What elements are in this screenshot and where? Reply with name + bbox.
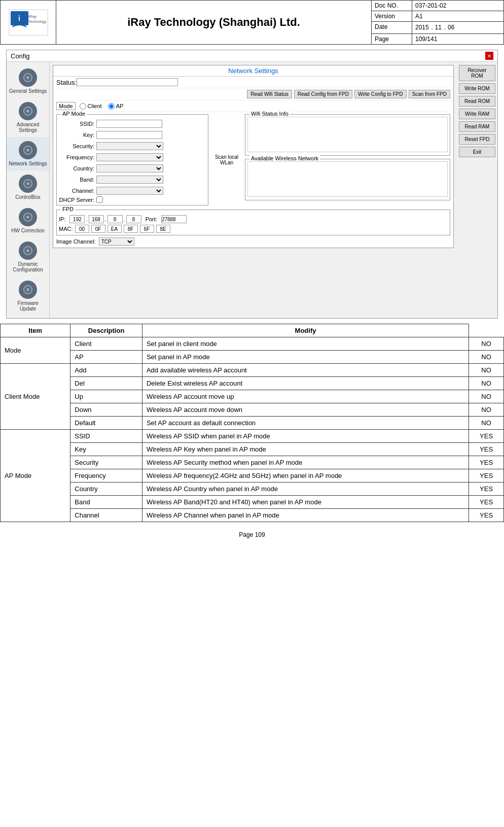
advanced-settings-icon: [19, 102, 37, 120]
fpd-mac-octet-2[interactable]: [91, 225, 105, 233]
fpd-ip-octet-2[interactable]: [89, 215, 104, 223]
fpd-port-input[interactable]: [161, 215, 187, 223]
mode-client-radio[interactable]: [80, 103, 86, 110]
item-cell: Down: [70, 403, 142, 417]
sidebar-label-dynamic: Dynamic Configuration: [9, 261, 47, 272]
description-cell: Add available wireless AP account: [142, 364, 469, 377]
mode-radio-group: Client AP: [80, 103, 124, 110]
controlbox-icon: [19, 175, 37, 193]
right-panels: Wifi Status Info Available Wireless Netw…: [245, 114, 450, 205]
close-button[interactable]: ✕: [485, 52, 493, 60]
firmware-update-icon: [19, 281, 37, 299]
available-wireless-title: Available Wireless Network: [249, 155, 320, 161]
country-label: Country:: [59, 165, 94, 171]
svg-text:iRay: iRay: [28, 14, 37, 19]
scan-from-fpd-button[interactable]: Scan from FPD: [409, 90, 450, 98]
image-channel-row: Image Channel: TCP: [56, 237, 450, 246]
table-row: DelDelete Exist wireless AP accountNO: [1, 377, 504, 390]
exit-button[interactable]: Exit: [459, 147, 495, 157]
panels-row: AP Mode SSID: Key: Security:: [53, 112, 453, 208]
table-row: Client ModeAddAdd available wireless AP …: [1, 364, 504, 377]
read-wifi-status-button[interactable]: Read Wifi Status: [247, 90, 292, 98]
country-select[interactable]: [96, 164, 163, 173]
fpd-mac-octet-6[interactable]: [156, 225, 170, 233]
svg-text:Technology: Technology: [28, 20, 47, 24]
item-cell: Security: [70, 456, 142, 469]
sidebar-item-advanced-settings[interactable]: Advanced Settings: [7, 98, 49, 137]
table-row: CountryWireless AP Country when panel in…: [1, 483, 504, 496]
description-cell: Wireless AP Key when panel in AP mode: [142, 443, 469, 456]
fpd-ip-label: IP:: [59, 216, 65, 222]
general-settings-icon: [19, 68, 37, 87]
write-rom-button[interactable]: Write ROM: [459, 83, 495, 94]
dhcp-checkbox[interactable]: [96, 196, 103, 203]
modify-cell: NO: [469, 390, 504, 403]
mode-client-option[interactable]: Client: [80, 103, 102, 110]
frequency-row: Frequency:: [59, 153, 206, 161]
mode-ap-option[interactable]: AP: [108, 103, 124, 110]
description-cell: Set panel in client mode: [142, 337, 469, 351]
mode-ap-label: AP: [116, 103, 124, 109]
read-config-fpd-button[interactable]: Read Config from FPD: [294, 90, 352, 98]
sidebar-item-controlbox[interactable]: ControlBox: [7, 170, 49, 204]
group-cell: Client Mode: [1, 364, 70, 430]
status-input[interactable]: [77, 78, 178, 86]
recover-rom-button[interactable]: Recover ROM: [459, 65, 495, 81]
frequency-select[interactable]: [96, 153, 163, 161]
sidebar-item-general-settings[interactable]: General Settings: [7, 64, 49, 98]
dhcp-row: DHCP Server:: [59, 196, 206, 203]
item-cell: Country: [70, 483, 142, 496]
description-cell: Wireless AP Band(HT20 and HT40) when pan…: [142, 496, 469, 509]
modify-cell: NO: [469, 364, 504, 377]
sidebar-item-network-settings[interactable]: Network Settings: [7, 137, 49, 170]
header-meta: Doc NO. 037-201-02 Version A1 Date 2015．…: [372, 1, 503, 44]
table-row: ChannelWireless AP Channel when panel in…: [1, 509, 504, 522]
svg-point-10: [26, 149, 29, 152]
sidebar-item-firmware-update[interactable]: Firmware Update: [7, 277, 49, 316]
fpd-mac-octet-4[interactable]: [124, 225, 138, 233]
channel-select[interactable]: [96, 187, 163, 195]
col-header-description: Description: [70, 324, 142, 337]
fpd-mac-octet-3[interactable]: [107, 225, 122, 233]
svg-text:i: i: [18, 14, 20, 22]
available-wireless-textarea[interactable]: [247, 161, 448, 197]
page-header: i iRay Technology iRay Technology (Shang…: [0, 0, 504, 45]
dhcp-label: DHCP Server:: [59, 197, 94, 203]
reset-fpd-button[interactable]: Reset FPD: [459, 134, 495, 145]
fpd-ip-octet-4[interactable]: [126, 215, 141, 223]
table-row: ModeClientSet panel in client modeNO: [1, 337, 504, 351]
image-channel-select[interactable]: TCP: [99, 237, 134, 246]
write-ram-button[interactable]: Write RAM: [459, 109, 495, 119]
modify-cell: NO: [469, 351, 504, 364]
fpd-mac-octet-5[interactable]: [140, 225, 154, 233]
scan-local-section: Scan local WLan: [211, 114, 242, 205]
description-cell: Wireless AP account move down: [142, 403, 469, 417]
sidebar-item-hw-correction[interactable]: HW Correction: [7, 204, 49, 237]
band-select[interactable]: [96, 176, 163, 184]
read-rom-button[interactable]: Read ROM: [459, 96, 495, 107]
security-select[interactable]: [96, 142, 163, 150]
network-settings-title: Network Settings: [53, 65, 453, 77]
write-config-fpd-button[interactable]: Write Config to FPD: [354, 90, 407, 98]
ssid-input[interactable]: [96, 120, 162, 128]
fpd-ip-octet-3[interactable]: [107, 215, 123, 223]
item-cell: Up: [70, 390, 142, 403]
mode-ap-radio[interactable]: [108, 103, 115, 110]
key-input[interactable]: [96, 131, 162, 139]
fpd-ip-octet-1[interactable]: [69, 215, 85, 223]
ap-mode-panel: AP Mode SSID: Key: Security:: [56, 114, 208, 205]
table-row: SecurityWireless AP Security method when…: [1, 456, 504, 469]
sidebar-label-hw: HW Correction: [11, 228, 45, 233]
wifi-status-textarea[interactable]: [247, 117, 448, 152]
description-cell: Set panel in AP mode: [142, 351, 469, 364]
group-cell: Mode: [1, 337, 70, 364]
item-cell: Band: [70, 496, 142, 509]
sidebar-item-dynamic-config[interactable]: Dynamic Configuration: [7, 237, 49, 277]
read-ram-button[interactable]: Read RAM: [459, 121, 495, 132]
fpd-mac-octet-1[interactable]: [75, 225, 89, 233]
right-buttons-panel: Recover ROM Write ROM Read ROM Write RAM…: [457, 62, 497, 318]
main-content: Network Settings Status: Read Wifi Statu…: [50, 62, 457, 318]
modify-cell: NO: [469, 377, 504, 390]
status-label: Status:: [56, 79, 77, 86]
fpd-ip-row: IP: . . . Port:: [59, 215, 448, 223]
